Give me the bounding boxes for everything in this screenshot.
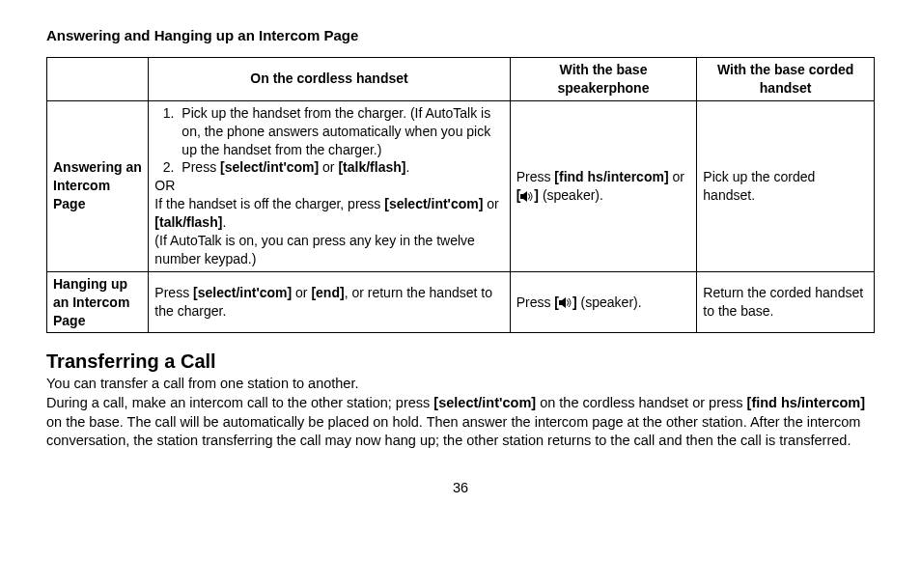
table-row: Answering an Intercom Page Pick up the h… (47, 100, 875, 271)
button-label: [select/int'com] (384, 196, 483, 211)
svg-marker-3 (562, 297, 566, 308)
body-paragraph: You can transfer a call from one station… (46, 375, 875, 394)
cell-answering-cordless: Pick up the handset from the charger. (I… (149, 100, 510, 271)
cell-hanging-speaker: Press [] (speaker). (510, 271, 697, 333)
text: (speaker). (577, 294, 642, 310)
section-title: Answering and Hanging up an Intercom Pag… (46, 27, 875, 43)
button-label: [talk/flash] (154, 214, 222, 230)
intercom-table: On the cordless handset With the base sp… (46, 57, 875, 333)
text: Press (154, 285, 193, 300)
svg-marker-1 (523, 191, 527, 202)
text: Press (516, 169, 555, 184)
button-label: [select/int'com] (220, 159, 319, 175)
header-speakerphone: With the base speakerphone (510, 58, 697, 101)
button-label: [end] (311, 285, 344, 300)
header-blank (47, 58, 149, 101)
svg-rect-2 (559, 300, 562, 305)
text: Press (516, 294, 555, 310)
text: Press (181, 159, 220, 175)
text-line: If the handset is off the charger, press… (154, 195, 503, 232)
page-number: 36 (46, 480, 875, 495)
button-label: [select/int'com] (433, 395, 536, 410)
heading-transferring: Transferring a Call (46, 350, 875, 373)
text: or (483, 196, 498, 211)
button-label: [find hs/intercom] (747, 395, 865, 410)
speaker-icon (520, 191, 534, 202)
list-item: Press [select/int'com] or [talk/flash]. (178, 158, 503, 177)
speaker-icon (559, 297, 572, 308)
text: During a call, make an intercom call to … (46, 395, 433, 410)
text: . (405, 159, 409, 175)
manual-page: Answering and Hanging up an Intercom Pag… (0, 0, 921, 495)
text: or (669, 169, 684, 184)
body-paragraph: During a call, make an intercom call to … (46, 394, 875, 451)
or-divider: OR (154, 177, 503, 195)
cell-answering-speaker: Press [find hs/intercom] or [] (speaker)… (510, 100, 697, 271)
list-item: Pick up the handset from the charger. (I… (178, 104, 503, 159)
text-line: (If AutoTalk is on, you can press any ke… (154, 232, 503, 268)
text: If the handset is off the charger, press (154, 196, 384, 211)
header-cordless: On the cordless handset (149, 58, 510, 101)
text: or (319, 159, 338, 175)
cell-answering-corded: Pick up the corded handset. (697, 100, 875, 271)
steps-list: Pick up the handset from the charger. (I… (158, 104, 503, 178)
row-label-hanging-up: Hanging up an Intercom Page (47, 271, 149, 333)
text: (speaker). (539, 187, 603, 203)
cell-hanging-cordless: Press [select/int'com] or [end], or retu… (149, 271, 510, 333)
text: . (222, 214, 226, 230)
row-label-answering: Answering an Intercom Page (47, 100, 149, 271)
header-corded-handset: With the base corded handset (697, 58, 875, 101)
text: on the cordless handset or press (536, 395, 746, 410)
table-row: Hanging up an Intercom Page Press [selec… (47, 271, 875, 333)
button-label: [talk/flash] (338, 159, 405, 175)
button-label: [find hs/intercom] (554, 169, 668, 184)
button-label: [select/int'com] (193, 285, 292, 300)
svg-rect-0 (520, 194, 523, 199)
cell-hanging-corded: Return the corded handset to the base. (697, 271, 875, 333)
text: or (292, 285, 311, 300)
text: on the base. The call will be automatica… (46, 414, 860, 449)
